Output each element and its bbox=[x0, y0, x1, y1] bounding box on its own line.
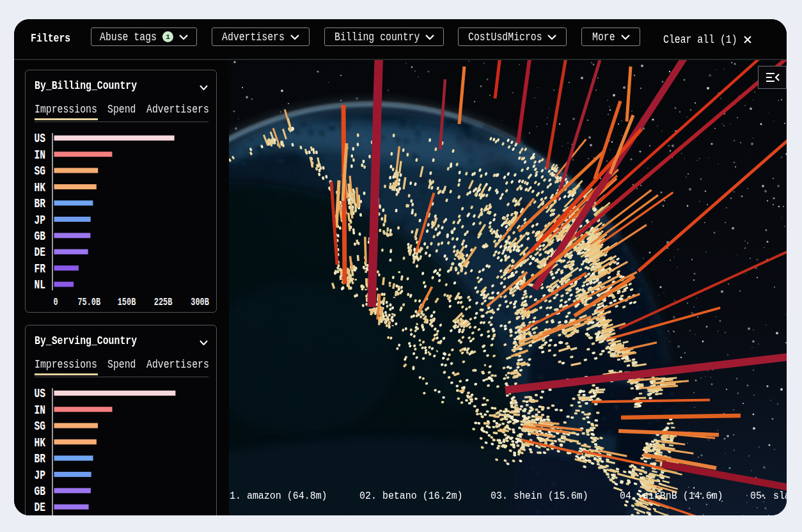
svg-text:225B: 225B bbox=[154, 296, 173, 308]
svg-text:US: US bbox=[35, 131, 46, 146]
svg-text:IN: IN bbox=[35, 147, 46, 162]
svg-text:DE: DE bbox=[35, 245, 46, 260]
svg-text:IN: IN bbox=[35, 402, 46, 417]
svg-text:BR: BR bbox=[35, 451, 46, 465]
svg-text:FR: FR bbox=[35, 261, 46, 276]
svg-text:DE: DE bbox=[35, 500, 46, 515]
svg-text:HK: HK bbox=[35, 180, 46, 194]
svg-text:JP: JP bbox=[35, 467, 46, 482]
svg-text:US: US bbox=[35, 386, 46, 401]
svg-text:GB: GB bbox=[35, 228, 46, 243]
svg-text:HK: HK bbox=[35, 435, 46, 450]
svg-text:JP: JP bbox=[35, 212, 46, 227]
svg-text:150B: 150B bbox=[118, 296, 136, 308]
svg-text:GB: GB bbox=[35, 483, 46, 498]
svg-text:75.0B: 75.0B bbox=[77, 296, 100, 308]
svg-text:SG: SG bbox=[35, 164, 46, 178]
svg-text:0: 0 bbox=[54, 296, 58, 308]
svg-text:BR: BR bbox=[35, 196, 46, 210]
svg-text:NL: NL bbox=[35, 278, 46, 292]
svg-text:300B: 300B bbox=[191, 296, 209, 308]
svg-text:SG: SG bbox=[35, 419, 46, 434]
